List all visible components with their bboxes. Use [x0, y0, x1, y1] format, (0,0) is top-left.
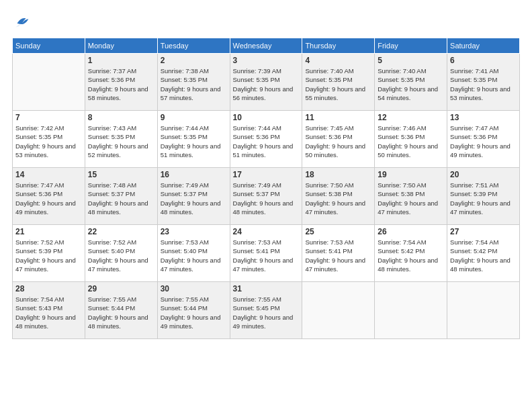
weekday-header: Friday	[375, 38, 447, 54]
calendar-cell: 10Sunrise: 7:44 AMSunset: 5:36 PMDayligh…	[230, 111, 302, 168]
calendar-cell: 13Sunrise: 7:47 AMSunset: 5:36 PMDayligh…	[447, 111, 520, 168]
day-info: Sunrise: 7:51 AMSunset: 5:39 PMDaylight:…	[450, 181, 517, 216]
day-info: Sunrise: 7:38 AMSunset: 5:35 PMDaylight:…	[161, 66, 227, 102]
day-number: 11	[305, 113, 371, 122]
day-info: Sunrise: 7:46 AMSunset: 5:36 PMDaylight:…	[378, 124, 444, 159]
calendar-cell: 26Sunrise: 7:54 AMSunset: 5:42 PMDayligh…	[375, 225, 447, 282]
header	[12, 12, 520, 31]
day-info: Sunrise: 7:50 AMSunset: 5:38 PMDaylight:…	[305, 181, 371, 216]
calendar-cell: 18Sunrise: 7:50 AMSunset: 5:38 PMDayligh…	[302, 168, 375, 225]
calendar-week-row: 7Sunrise: 7:42 AMSunset: 5:35 PMDaylight…	[13, 111, 520, 168]
calendar-cell: 15Sunrise: 7:48 AMSunset: 5:37 PMDayligh…	[85, 168, 157, 225]
calendar-cell: 9Sunrise: 7:44 AMSunset: 5:35 PMDaylight…	[157, 111, 230, 168]
day-number: 15	[88, 170, 154, 179]
day-number: 6	[450, 56, 517, 65]
calendar-cell: 22Sunrise: 7:52 AMSunset: 5:40 PMDayligh…	[85, 225, 157, 282]
day-info: Sunrise: 7:54 AMSunset: 5:43 PMDaylight:…	[15, 295, 82, 330]
day-number: 31	[233, 284, 300, 293]
day-info: Sunrise: 7:41 AMSunset: 5:35 PMDaylight:…	[450, 66, 517, 102]
day-number: 29	[88, 284, 154, 293]
day-info: Sunrise: 7:42 AMSunset: 5:35 PMDaylight:…	[15, 124, 82, 159]
day-number: 19	[378, 170, 444, 179]
day-number: 14	[15, 170, 82, 179]
day-info: Sunrise: 7:47 AMSunset: 5:36 PMDaylight:…	[450, 124, 517, 159]
day-number: 24	[233, 227, 300, 236]
calendar-cell: 1Sunrise: 7:37 AMSunset: 5:36 PMDaylight…	[85, 54, 157, 111]
day-info: Sunrise: 7:52 AMSunset: 5:39 PMDaylight:…	[15, 238, 82, 273]
weekday-header: Tuesday	[157, 38, 230, 54]
day-number: 8	[88, 113, 154, 122]
day-info: Sunrise: 7:52 AMSunset: 5:40 PMDaylight:…	[88, 238, 154, 273]
calendar-cell: 16Sunrise: 7:49 AMSunset: 5:37 PMDayligh…	[157, 168, 230, 225]
day-info: Sunrise: 7:49 AMSunset: 5:37 PMDaylight:…	[233, 181, 300, 216]
day-number: 16	[161, 170, 227, 179]
calendar-cell: 29Sunrise: 7:55 AMSunset: 5:44 PMDayligh…	[85, 282, 157, 339]
day-info: Sunrise: 7:45 AMSunset: 5:36 PMDaylight:…	[305, 124, 371, 159]
calendar-cell: 11Sunrise: 7:45 AMSunset: 5:36 PMDayligh…	[302, 111, 375, 168]
weekday-header: Saturday	[447, 38, 520, 54]
day-number: 2	[161, 56, 227, 65]
day-number: 7	[15, 113, 82, 122]
day-info: Sunrise: 7:44 AMSunset: 5:35 PMDaylight:…	[161, 124, 227, 159]
day-info: Sunrise: 7:40 AMSunset: 5:35 PMDaylight:…	[305, 66, 371, 102]
day-number: 9	[161, 113, 227, 122]
day-number: 3	[233, 56, 300, 65]
calendar-cell: 4Sunrise: 7:40 AMSunset: 5:35 PMDaylight…	[302, 54, 375, 111]
calendar-cell: 5Sunrise: 7:40 AMSunset: 5:35 PMDaylight…	[375, 54, 447, 111]
logo	[12, 12, 34, 31]
day-number: 28	[15, 284, 82, 293]
day-number: 26	[378, 227, 444, 236]
day-info: Sunrise: 7:53 AMSunset: 5:40 PMDaylight:…	[161, 238, 227, 273]
day-number: 30	[161, 284, 227, 293]
day-number: 10	[233, 113, 300, 122]
day-number: 18	[305, 170, 371, 179]
day-info: Sunrise: 7:53 AMSunset: 5:41 PMDaylight:…	[233, 238, 300, 273]
calendar-cell: 27Sunrise: 7:54 AMSunset: 5:42 PMDayligh…	[447, 225, 520, 282]
day-info: Sunrise: 7:40 AMSunset: 5:35 PMDaylight:…	[378, 66, 444, 102]
calendar-week-row: 21Sunrise: 7:52 AMSunset: 5:39 PMDayligh…	[13, 225, 520, 282]
day-number: 12	[378, 113, 444, 122]
day-info: Sunrise: 7:50 AMSunset: 5:38 PMDaylight:…	[378, 181, 444, 216]
calendar-week-row: 28Sunrise: 7:54 AMSunset: 5:43 PMDayligh…	[13, 282, 520, 339]
calendar-cell: 12Sunrise: 7:46 AMSunset: 5:36 PMDayligh…	[375, 111, 447, 168]
day-info: Sunrise: 7:48 AMSunset: 5:37 PMDaylight:…	[88, 181, 154, 216]
weekday-header: Sunday	[13, 38, 85, 54]
day-info: Sunrise: 7:55 AMSunset: 5:44 PMDaylight:…	[161, 295, 227, 330]
calendar-cell	[447, 282, 520, 339]
day-number: 13	[450, 113, 517, 122]
page: SundayMondayTuesdayWednesdayThursdayFrid…	[0, 0, 532, 411]
calendar-cell	[13, 54, 85, 111]
day-info: Sunrise: 7:55 AMSunset: 5:44 PMDaylight:…	[88, 295, 154, 330]
calendar-cell: 28Sunrise: 7:54 AMSunset: 5:43 PMDayligh…	[13, 282, 85, 339]
day-number: 1	[88, 56, 154, 65]
calendar-cell: 30Sunrise: 7:55 AMSunset: 5:44 PMDayligh…	[157, 282, 230, 339]
calendar-cell: 20Sunrise: 7:51 AMSunset: 5:39 PMDayligh…	[447, 168, 520, 225]
calendar-cell: 24Sunrise: 7:53 AMSunset: 5:41 PMDayligh…	[230, 225, 302, 282]
day-number: 21	[15, 227, 82, 236]
calendar-week-row: 14Sunrise: 7:47 AMSunset: 5:36 PMDayligh…	[13, 168, 520, 225]
calendar-header-row: SundayMondayTuesdayWednesdayThursdayFrid…	[13, 38, 520, 54]
day-info: Sunrise: 7:44 AMSunset: 5:36 PMDaylight:…	[233, 124, 300, 159]
day-info: Sunrise: 7:37 AMSunset: 5:36 PMDaylight:…	[88, 66, 154, 102]
calendar-cell: 23Sunrise: 7:53 AMSunset: 5:40 PMDayligh…	[157, 225, 230, 282]
calendar-cell	[302, 282, 375, 339]
day-info: Sunrise: 7:53 AMSunset: 5:41 PMDaylight:…	[305, 238, 371, 273]
calendar-cell: 3Sunrise: 7:39 AMSunset: 5:35 PMDaylight…	[230, 54, 302, 111]
calendar-cell: 14Sunrise: 7:47 AMSunset: 5:36 PMDayligh…	[13, 168, 85, 225]
day-number: 5	[378, 56, 444, 65]
day-number: 4	[305, 56, 371, 65]
calendar-cell: 2Sunrise: 7:38 AMSunset: 5:35 PMDaylight…	[157, 54, 230, 111]
day-number: 25	[305, 227, 371, 236]
day-number: 23	[161, 227, 227, 236]
calendar-table: SundayMondayTuesdayWednesdayThursdayFrid…	[12, 38, 520, 339]
weekday-header: Monday	[85, 38, 157, 54]
calendar-cell: 8Sunrise: 7:43 AMSunset: 5:35 PMDaylight…	[85, 111, 157, 168]
day-info: Sunrise: 7:43 AMSunset: 5:35 PMDaylight:…	[88, 124, 154, 159]
calendar-cell	[375, 282, 447, 339]
logo-icon	[12, 12, 31, 31]
day-info: Sunrise: 7:49 AMSunset: 5:37 PMDaylight:…	[161, 181, 227, 216]
weekday-header: Thursday	[302, 38, 375, 54]
day-info: Sunrise: 7:54 AMSunset: 5:42 PMDaylight:…	[450, 238, 517, 273]
calendar-cell: 6Sunrise: 7:41 AMSunset: 5:35 PMDaylight…	[447, 54, 520, 111]
day-number: 22	[88, 227, 154, 236]
